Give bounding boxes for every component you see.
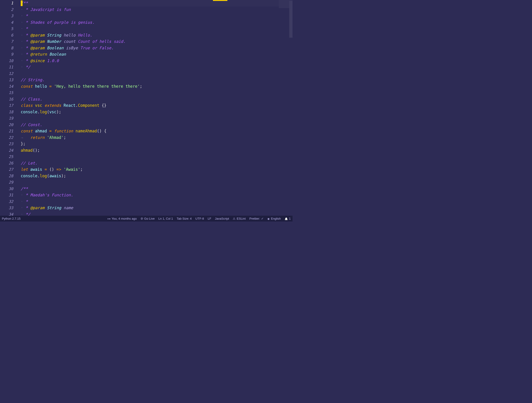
code-line[interactable]: · * Shades of purple is genius. (21, 19, 279, 26)
status-eslint[interactable]: ESLint (233, 217, 246, 220)
code-line[interactable]: const ahmad = function nameAhmad() { (21, 128, 279, 134)
line-number[interactable]: 1 (3, 0, 13, 6)
code-line[interactable]: ahmad(); (21, 147, 279, 154)
code-line[interactable]: /** (21, 0, 279, 6)
check-icon (261, 217, 264, 220)
line-number[interactable]: 11 (3, 64, 13, 70)
code-line[interactable]: // Class. (21, 96, 279, 103)
whitespace-marker: · (21, 199, 23, 204)
code-line[interactable]: · * @param Boolean isBye True or False. (21, 45, 279, 51)
line-number[interactable]: 9 (3, 51, 13, 58)
status-eol[interactable]: LF (208, 217, 211, 220)
code-line[interactable]: // Const. (21, 122, 279, 128)
code-line[interactable]: → return 'Ahmad'; (21, 134, 279, 141)
status-prettier[interactable]: Prettier: (249, 217, 264, 220)
line-number[interactable]: 29 (3, 179, 13, 186)
status-encoding[interactable]: UTF-8 (196, 217, 204, 220)
code-line[interactable]: · * @param Number count Count of hells s… (21, 38, 279, 45)
line-number[interactable]: 23 (3, 141, 13, 147)
line-number[interactable]: 6 (3, 32, 13, 39)
code-line[interactable]: · * @since 1.0.0 (21, 58, 279, 64)
token-doc-tag: @param (30, 46, 44, 50)
code-line[interactable]: // String. (21, 77, 279, 83)
line-number[interactable]: 14 (3, 83, 13, 90)
status-golive-text: Go Live (144, 217, 155, 220)
code-line[interactable]: }; (21, 141, 279, 147)
code-line[interactable]: · * @return Boolean (21, 51, 279, 58)
line-number[interactable]: 26 (3, 160, 13, 167)
code-line[interactable]: · * (21, 13, 279, 19)
token-param-name: hello (63, 33, 76, 38)
line-number[interactable]: 24 (3, 147, 13, 154)
status-tab-size[interactable]: Tab Size: 4 (177, 217, 191, 220)
line-number[interactable]: 12 (3, 70, 13, 77)
line-number[interactable]: 27 (3, 166, 13, 173)
status-git-blame[interactable]: You, 4 months ago (107, 217, 137, 220)
code-line[interactable]: console.log(awais); (21, 173, 279, 179)
line-number[interactable]: 16 (3, 96, 13, 103)
code-line[interactable]: · */ (21, 211, 279, 216)
line-number[interactable]: 25 (3, 154, 13, 160)
status-python[interactable]: Python 2.7.15 (2, 217, 20, 220)
status-language[interactable]: JavaScript (215, 217, 229, 220)
line-number[interactable]: 8 (3, 45, 13, 51)
line-number[interactable]: 3 (3, 13, 13, 19)
code-content[interactable]: /** · * JavaScript is fun · * · * Shades… (18, 0, 279, 216)
line-number[interactable]: 19 (3, 115, 13, 122)
status-spell-text: English (271, 217, 281, 220)
code-line[interactable]: · * @param String name (21, 205, 279, 211)
line-number-gutter[interactable]: 1 2 3 4 5 6 7 8 9 10 11 12 13 14 15 16 1… (0, 0, 18, 216)
line-number[interactable]: 31 (3, 192, 13, 198)
line-number[interactable]: 7 (3, 38, 13, 45)
minimap[interactable] (279, 0, 289, 216)
scrollbar[interactable] (289, 0, 292, 216)
minimap-viewport[interactable] (279, 0, 289, 8)
line-number[interactable]: 18 (3, 109, 13, 115)
line-number[interactable]: 32 (3, 198, 13, 205)
code-line[interactable]: · * (21, 198, 279, 205)
code-line[interactable] (21, 70, 279, 77)
line-number[interactable]: 21 (3, 128, 13, 134)
line-number[interactable]: 20 (3, 122, 13, 128)
status-spellcheck[interactable]: English (267, 217, 281, 220)
whitespace-marker: · (21, 205, 23, 210)
code-line[interactable]: class vsc extends React.Component {} (21, 102, 279, 109)
status-notifications[interactable]: 1 (285, 217, 291, 220)
status-go-live[interactable]: Go Live (140, 217, 155, 220)
line-number[interactable]: 15 (3, 90, 13, 96)
token-punct: () (32, 148, 37, 153)
code-line[interactable]: · * JavaScript is fun (21, 6, 279, 13)
code-line[interactable]: · * @param String hello Hello. (21, 32, 279, 39)
code-line[interactable]: · * (21, 25, 279, 32)
line-number[interactable]: 30 (3, 186, 13, 192)
whitespace-marker: · (21, 7, 23, 12)
code-line[interactable]: const hello = 'Hey, hello there there th… (21, 83, 279, 90)
line-number[interactable]: 17 (3, 102, 13, 109)
line-number[interactable]: 28 (3, 173, 13, 179)
code-line[interactable]: console.log(vsc); (21, 109, 279, 115)
code-line[interactable]: · */ (21, 64, 279, 70)
code-line[interactable]: // Let. (21, 160, 279, 167)
token-punct: . (38, 110, 40, 114)
status-cursor-position[interactable]: Ln 1, Col 1 (158, 217, 173, 220)
code-line[interactable] (21, 90, 279, 96)
code-line[interactable] (21, 179, 279, 186)
token-object: console (21, 110, 38, 114)
code-line[interactable] (21, 154, 279, 160)
line-number[interactable]: 4 (3, 19, 13, 26)
token-keyword: function (54, 129, 73, 133)
code-line[interactable] (21, 115, 279, 122)
editor-area[interactable]: 1 2 3 4 5 6 7 8 9 10 11 12 13 14 15 16 1… (0, 0, 292, 216)
commit-icon (107, 217, 111, 220)
line-number[interactable]: 2 (3, 6, 13, 13)
code-line[interactable]: /** (21, 186, 279, 192)
line-number[interactable]: 34 (3, 211, 13, 216)
code-line[interactable]: · * Maedah's Function. (21, 192, 279, 198)
code-line[interactable]: let awais = () => 'Awais'; (21, 166, 279, 173)
line-number[interactable]: 10 (3, 58, 13, 64)
line-number[interactable]: 22 (3, 134, 13, 141)
scrollbar-thumb[interactable] (289, 0, 292, 38)
line-number[interactable]: 13 (3, 77, 13, 83)
line-number[interactable]: 33 (3, 205, 13, 211)
line-number[interactable]: 5 (3, 25, 13, 32)
